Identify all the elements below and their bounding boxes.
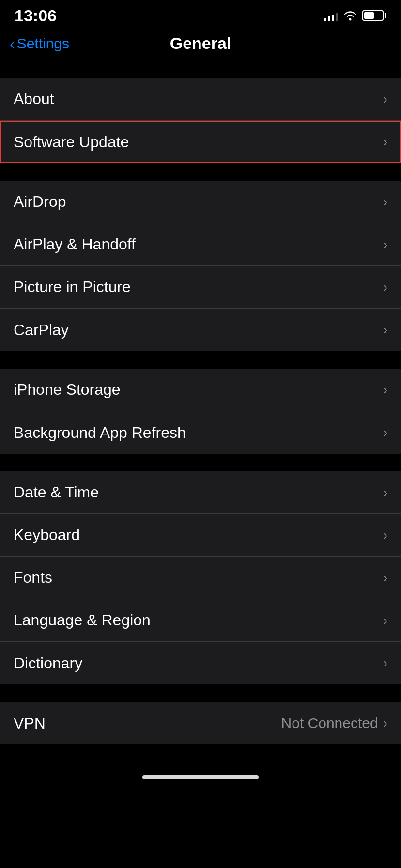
date-time-item[interactable]: Date & Time › [0,471,401,514]
dictionary-item[interactable]: Dictionary › [0,642,401,684]
picture-in-picture-right: › [383,279,387,295]
background-app-refresh-right: › [383,425,387,440]
keyboard-right: › [383,527,387,543]
picture-in-picture-chevron-icon: › [383,279,387,295]
language-region-chevron-icon: › [383,613,387,628]
airplay-handoff-label: AirPlay & Handoff [14,235,136,253]
iphone-storage-item[interactable]: iPhone Storage › [0,369,401,411]
fonts-label: Fonts [14,569,52,587]
status-bar: 13:06 [0,0,401,29]
language-region-item[interactable]: Language & Region › [0,599,401,642]
software-update-chevron-icon: › [383,134,387,150]
date-time-label: Date & Time [14,483,99,501]
section-gap-3 [0,454,401,471]
software-update-right: › [383,134,387,150]
signal-bar-4 [336,13,338,21]
section-gap-2 [0,351,401,369]
carplay-item[interactable]: CarPlay › [0,309,401,351]
status-time: 13:06 [15,6,57,25]
carplay-label: CarPlay [14,321,69,339]
signal-bars-icon [324,10,338,21]
language-region-label: Language & Region [14,611,151,629]
vpn-label: VPN [14,714,46,732]
svg-point-0 [349,18,352,21]
airdrop-label: AirDrop [14,193,66,211]
vpn-item[interactable]: VPN Not Connected › [0,702,401,744]
carplay-chevron-icon: › [383,322,387,338]
airdrop-item[interactable]: AirDrop › [0,181,401,223]
section-group-1: About › Software Update › [0,78,401,163]
vpn-chevron-icon: › [383,715,387,731]
background-app-refresh-item[interactable]: Background App Refresh › [0,411,401,454]
signal-bar-3 [332,15,334,21]
dictionary-right: › [383,655,387,671]
keyboard-label: Keyboard [14,526,80,544]
section-group-5: VPN Not Connected › [0,702,401,744]
about-right: › [383,92,387,107]
software-update-label: Software Update [14,133,129,151]
page-title: General [170,34,231,53]
date-time-chevron-icon: › [383,485,387,500]
wifi-icon [343,10,357,21]
signal-bar-1 [324,18,326,21]
carplay-right: › [383,322,387,338]
background-app-refresh-label: Background App Refresh [14,424,186,442]
date-time-right: › [383,485,387,500]
battery-icon [362,10,386,21]
section-group-3: iPhone Storage › Background App Refresh … [0,369,401,454]
battery-body [362,10,384,21]
about-label: About [14,90,54,108]
dictionary-chevron-icon: › [383,655,387,671]
back-chevron-icon: ‹ [10,36,15,51]
back-label: Settings [17,35,69,52]
airdrop-chevron-icon: › [383,194,387,210]
about-chevron-icon: › [383,92,387,107]
background-app-refresh-chevron-icon: › [383,425,387,440]
iphone-storage-chevron-icon: › [383,382,387,398]
status-icons [324,10,386,21]
iphone-storage-label: iPhone Storage [14,381,121,399]
fonts-right: › [383,570,387,586]
back-button[interactable]: ‹ Settings [10,35,69,52]
section-group-2: AirDrop › AirPlay & Handoff › Picture in… [0,181,401,351]
vpn-right: Not Connected › [281,715,387,731]
language-region-right: › [383,613,387,628]
airplay-handoff-right: › [383,237,387,252]
fonts-chevron-icon: › [383,570,387,586]
airplay-handoff-chevron-icon: › [383,237,387,252]
airplay-handoff-item[interactable]: AirPlay & Handoff › [0,223,401,266]
bottom-spacer [0,744,401,769]
home-indicator-area [0,769,401,789]
keyboard-item[interactable]: Keyboard › [0,514,401,557]
fonts-item[interactable]: Fonts › [0,557,401,599]
section-gap-4 [0,684,401,702]
iphone-storage-right: › [383,382,387,398]
section-gap-0 [0,61,401,78]
vpn-status: Not Connected [281,715,378,731]
battery-tip [385,13,386,18]
battery-fill [364,12,374,19]
software-update-item[interactable]: Software Update › [0,121,401,163]
section-group-4: Date & Time › Keyboard › Fonts › Languag… [0,471,401,684]
dictionary-label: Dictionary [14,654,82,672]
signal-bar-2 [328,16,330,21]
picture-in-picture-item[interactable]: Picture in Picture › [0,266,401,309]
about-item[interactable]: About › [0,78,401,121]
airdrop-right: › [383,194,387,210]
keyboard-chevron-icon: › [383,527,387,543]
section-gap-1 [0,163,401,181]
nav-bar: ‹ Settings General [0,29,401,61]
home-bar [142,775,259,779]
picture-in-picture-label: Picture in Picture [14,278,131,296]
